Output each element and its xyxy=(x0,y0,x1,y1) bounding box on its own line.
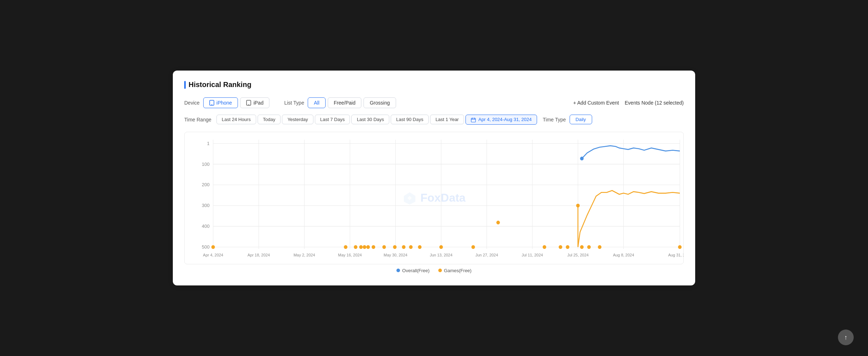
svg-text:500: 500 xyxy=(202,244,210,249)
svg-text:May 2, 2024: May 2, 2024 xyxy=(293,252,315,257)
svg-point-45 xyxy=(359,245,363,249)
calendar-icon xyxy=(471,117,476,122)
svg-text:Jul 25, 2024: Jul 25, 2024 xyxy=(567,252,589,257)
svg-rect-4 xyxy=(471,118,476,122)
section-title: Historical Ranking xyxy=(184,81,684,89)
svg-point-49 xyxy=(382,245,386,249)
svg-rect-1 xyxy=(211,105,213,105)
time-range-row: Time Range Last 24 Hours Today Yesterday… xyxy=(184,115,684,125)
time-1y-btn[interactable]: Last 1 Year xyxy=(430,115,464,124)
listtype-label: List Type xyxy=(284,100,304,106)
svg-point-47 xyxy=(366,245,370,249)
time-90d-btn[interactable]: Last 90 Days xyxy=(391,115,429,124)
svg-rect-0 xyxy=(210,100,214,105)
svg-text:Jun 13, 2024: Jun 13, 2024 xyxy=(430,252,452,257)
svg-point-57 xyxy=(543,245,546,249)
time-30d-btn[interactable]: Last 30 Days xyxy=(351,115,389,124)
svg-text:Jun 27, 2024: Jun 27, 2024 xyxy=(476,252,498,257)
svg-point-51 xyxy=(402,245,405,249)
legend-games: Games(Free) xyxy=(438,268,472,273)
time-type-label: Time Type xyxy=(543,117,566,122)
iphone-btn[interactable]: iPhone xyxy=(203,97,238,108)
svg-point-53 xyxy=(418,245,421,249)
svg-point-54 xyxy=(439,245,443,249)
legend-games-dot xyxy=(438,269,442,272)
svg-rect-3 xyxy=(248,105,249,105)
events-node-btn[interactable]: Events Node (12 selected) xyxy=(625,98,684,108)
svg-point-50 xyxy=(393,245,396,249)
controls-row-1: Device iPhone iPad List Type All xyxy=(184,97,684,108)
svg-text:100: 100 xyxy=(202,161,210,167)
device-label: Device xyxy=(184,100,200,106)
svg-point-44 xyxy=(354,245,357,249)
legend-overall: Overall(Free) xyxy=(396,268,430,273)
main-card: Historical Ranking Device iPhone iPad Li… xyxy=(173,71,695,285)
chart-container: 1 100 200 300 400 500 Apr 4, 2024 Apr 18… xyxy=(184,132,684,264)
svg-point-59 xyxy=(566,245,569,249)
svg-text:Aug 8, 2024: Aug 8, 2024 xyxy=(613,252,634,257)
listtype-grossing-btn[interactable]: Grossing xyxy=(364,97,396,108)
separator-1 xyxy=(277,98,277,108)
daily-btn[interactable]: Daily xyxy=(570,115,592,124)
svg-text:May 30, 2024: May 30, 2024 xyxy=(384,252,407,257)
time-24h-btn[interactable]: Last 24 Hours xyxy=(216,115,256,124)
chart-legend: Overall(Free) Games(Free) xyxy=(184,268,684,273)
ipad-btn[interactable]: iPad xyxy=(240,97,269,108)
svg-point-62 xyxy=(598,245,601,249)
svg-point-43 xyxy=(344,245,347,249)
device-btn-group: iPhone iPad xyxy=(203,97,270,108)
svg-point-58 xyxy=(559,245,562,249)
svg-point-60 xyxy=(580,245,584,249)
listtype-freepaid-btn[interactable]: Free/Paid xyxy=(328,97,362,108)
time-yesterday-btn[interactable]: Yesterday xyxy=(282,115,313,124)
svg-text:300: 300 xyxy=(202,202,210,208)
svg-point-52 xyxy=(409,245,413,249)
svg-text:May 16, 2024: May 16, 2024 xyxy=(338,252,362,257)
time-7d-btn[interactable]: Last 7 Days xyxy=(315,115,350,124)
ipad-icon xyxy=(246,100,251,106)
listtype-btn-group: All Free/Paid Grossing xyxy=(308,97,396,108)
scroll-top-button[interactable]: ↑ xyxy=(838,329,854,345)
svg-text:200: 200 xyxy=(202,182,210,187)
svg-point-46 xyxy=(363,245,366,249)
page-title: Historical Ranking xyxy=(189,81,252,89)
svg-point-48 xyxy=(372,245,375,249)
svg-text:Aug 31, 2024: Aug 31, 2024 xyxy=(668,252,683,257)
svg-text:1: 1 xyxy=(207,140,209,146)
svg-rect-2 xyxy=(247,100,251,105)
legend-overall-dot xyxy=(396,269,400,272)
svg-point-66 xyxy=(580,157,584,160)
time-today-btn[interactable]: Today xyxy=(258,115,281,124)
add-custom-event-btn[interactable]: + Add Custom Event xyxy=(573,98,619,108)
svg-text:Apr 4, 2024: Apr 4, 2024 xyxy=(203,252,223,257)
time-range-label: Time Range xyxy=(184,117,211,122)
time-custom-btn[interactable]: Apr 4, 2024-Aug 31, 2024 xyxy=(465,115,537,125)
svg-point-56 xyxy=(496,221,500,225)
listtype-all-btn[interactable]: All xyxy=(308,97,326,108)
svg-text:Jul 11, 2024: Jul 11, 2024 xyxy=(522,252,543,257)
svg-text:400: 400 xyxy=(202,223,210,228)
svg-point-63 xyxy=(678,245,682,249)
right-controls: + Add Custom Event Events Node (12 selec… xyxy=(573,98,684,108)
title-bar-accent xyxy=(184,81,186,89)
svg-point-42 xyxy=(211,245,215,249)
svg-point-61 xyxy=(587,245,591,249)
svg-point-65 xyxy=(576,203,580,207)
svg-point-55 xyxy=(472,245,475,249)
chart-svg: 1 100 200 300 400 500 Apr 4, 2024 Apr 18… xyxy=(185,132,683,264)
iphone-icon xyxy=(209,100,214,106)
svg-text:Apr 18, 2024: Apr 18, 2024 xyxy=(248,252,270,257)
